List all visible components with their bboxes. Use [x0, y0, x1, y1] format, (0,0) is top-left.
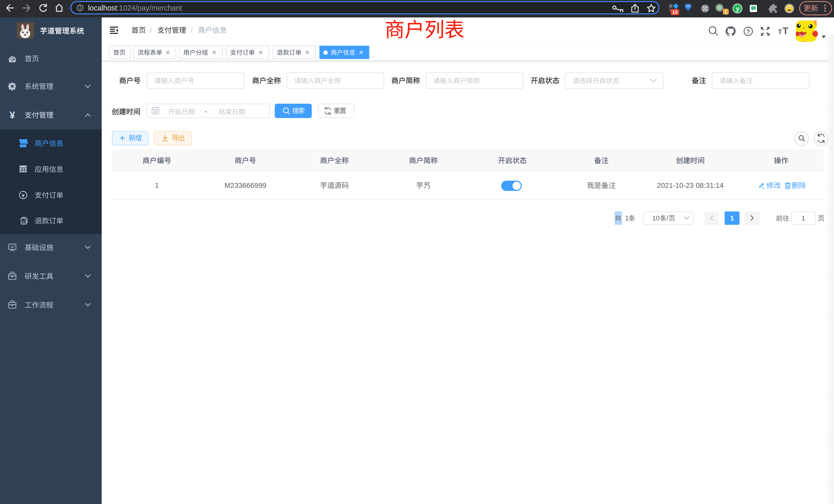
svg-text:/: /: [150, 26, 152, 34]
svg-text:T: T: [778, 28, 782, 36]
svg-text:1: 1: [724, 9, 727, 14]
svg-text:¥: ¥: [22, 192, 25, 198]
svg-text:¥: ¥: [9, 110, 15, 121]
svg-text:10: 10: [652, 214, 660, 222]
svg-text:10: 10: [672, 9, 678, 15]
svg-text:localhost:1024/pay/merchant: localhost:1024/pay/merchant: [88, 4, 182, 12]
svg-text:M233666999: M233666999: [224, 181, 266, 189]
svg-text:y: y: [736, 5, 740, 12]
svg-text:/: /: [666, 214, 668, 222]
svg-text:T: T: [783, 26, 789, 36]
svg-text:?: ?: [746, 28, 750, 35]
svg-text:-: -: [204, 107, 207, 115]
svg-text:2021-10-23 08:31:14: 2021-10-23 08:31:14: [657, 181, 724, 189]
svg-text:1: 1: [155, 181, 159, 189]
svg-text:/: /: [191, 26, 193, 34]
svg-text:1: 1: [730, 214, 734, 222]
svg-text:1: 1: [625, 214, 629, 222]
svg-text:1: 1: [802, 214, 805, 222]
